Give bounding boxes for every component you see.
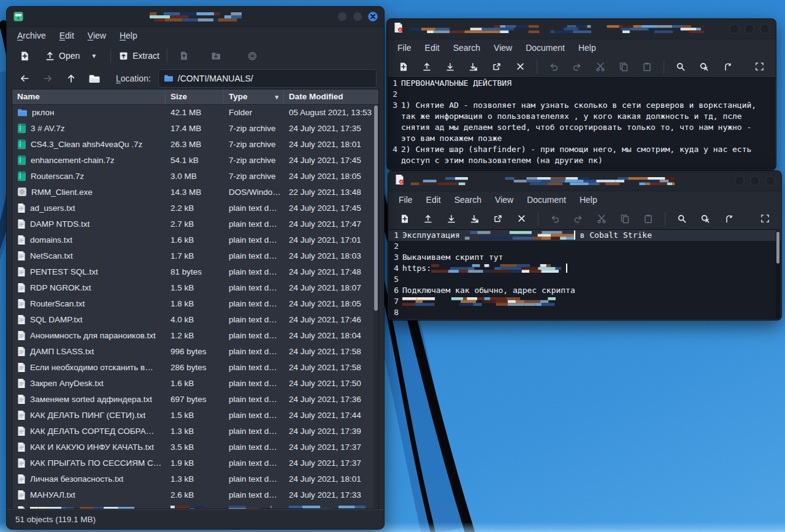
menu-help[interactable]: Help: [573, 40, 602, 55]
extract-button[interactable]: Extract: [116, 47, 162, 64]
fullscreen-button[interactable]: [748, 58, 771, 75]
menu-view[interactable]: View: [488, 40, 518, 55]
save-document-button[interactable]: [438, 58, 462, 75]
editor-titlebar[interactable]: [387, 19, 776, 39]
save-as-button[interactable]: [462, 58, 485, 75]
table-row[interactable]: RouterScan.txt1.8 kBplain text d…24 July…: [12, 295, 373, 311]
table-row[interactable]: NetScan.txt1.7 kBplain text d…24 July 20…: [12, 248, 373, 264]
menu-file[interactable]: File: [393, 192, 418, 207]
paste-button[interactable]: [635, 58, 659, 75]
file-list-scrollbar[interactable]: [373, 104, 378, 509]
editor-scrollbar[interactable]: [776, 230, 780, 318]
table-row[interactable]: КАК ДЕЛАТЬ ПИНГ (СЕТИ).txt1.5 kBplain te…: [12, 407, 373, 423]
home-button[interactable]: [84, 70, 105, 87]
revert-button[interactable]: [486, 210, 510, 227]
menu-edit[interactable]: Edit: [419, 40, 445, 55]
menu-archive[interactable]: Archive: [12, 28, 52, 43]
add-files-button[interactable]: [172, 47, 196, 64]
save-document-button[interactable]: [440, 210, 463, 227]
undo-button[interactable]: [542, 58, 565, 75]
table-row[interactable]: КАК ПРЫГАТЬ ПО СЕССИЯМ С…1.9 kBplain tex…: [12, 455, 373, 471]
table-row[interactable]: PENTEST SQL.txt81 bytesplain text d…24 J…: [12, 264, 373, 279]
minimize-button[interactable]: [729, 24, 739, 34]
cut-button[interactable]: [590, 210, 613, 227]
table-row[interactable]: 3 # AV.7z17.4 MB7-zip archive24 July 202…: [12, 120, 373, 136]
find-replace-button[interactable]: [692, 58, 716, 75]
close-button[interactable]: [368, 12, 378, 21]
table-row[interactable]: RDP NGROK.txt1.5 kBplain text d…24 July …: [12, 279, 373, 295]
menu-search[interactable]: Search: [449, 192, 487, 207]
table-row[interactable]: ДАМП LSASS.txt996 bytesplain text d…24 J…: [12, 343, 373, 359]
location-input[interactable]: /CONTI/MANUALS/: [158, 69, 377, 88]
redo-button[interactable]: [567, 210, 590, 227]
menu-edit[interactable]: Edit: [421, 192, 446, 207]
table-row[interactable]: enhancement-chain.7z54.1 kB7-zip archive…: [12, 152, 373, 168]
file-manager-titlebar[interactable]: [7, 7, 384, 27]
menu-help[interactable]: Help: [574, 192, 603, 207]
menu-document[interactable]: Document: [521, 192, 572, 207]
scrollbar-thumb[interactable]: [374, 105, 378, 311]
undo-button[interactable]: [543, 210, 567, 227]
find-replace-button[interactable]: [694, 210, 717, 227]
open-button[interactable]: Open: [42, 47, 82, 64]
goto-line-button[interactable]: [717, 210, 740, 227]
table-row-partial-redacted[interactable]: [12, 503, 373, 509]
menu-view[interactable]: View: [82, 28, 112, 43]
close-button[interactable]: [760, 24, 770, 34]
fullscreen-button[interactable]: [753, 210, 776, 227]
menu-file[interactable]: File: [392, 40, 417, 55]
editor-titlebar[interactable]: [388, 171, 781, 191]
table-row[interactable]: SQL DAMP.txt4.0 kBplain text d…24 July 2…: [12, 311, 373, 327]
find-button[interactable]: [669, 58, 692, 75]
close-document-button[interactable]: [508, 58, 532, 75]
menu-help[interactable]: Help: [114, 28, 143, 43]
goto-line-button[interactable]: [716, 58, 739, 75]
open-document-button[interactable]: [415, 58, 438, 75]
column-header-name[interactable]: Name: [12, 89, 166, 104]
editor-text-area[interactable]: 1Эксплуатация в Cobalt Strike23Выкачивае…: [389, 229, 781, 319]
save-as-button[interactable]: [463, 210, 486, 227]
close-button[interactable]: [765, 176, 775, 186]
table-row[interactable]: Анонимность для параноиков.txt1.2 kBplai…: [12, 327, 373, 343]
table-row[interactable]: Если необходимо отсканить в…286 bytespla…: [12, 359, 373, 375]
maximize-button[interactable]: [745, 24, 754, 34]
table-row[interactable]: МАНУАЛ.txt2.6 kBplain text d…24 July 202…: [12, 487, 373, 503]
table-row[interactable]: Личная безопасность.txt1.3 kBplain text …: [12, 471, 373, 487]
add-folder-button[interactable]: [204, 47, 228, 64]
table-row[interactable]: КАК ДЕЛАТЬ СОРТЕД СОБРА…1.3 kBplain text…: [12, 423, 373, 439]
editor-text-area[interactable]: 1ПЕРВОНАЧАЛЬНЫЕ ДЕЙСТВИЯ231) Снятие AD -…: [388, 77, 775, 169]
menu-edit[interactable]: Edit: [54, 28, 80, 43]
open-document-button[interactable]: [416, 210, 440, 227]
column-header-type[interactable]: Type▾: [224, 89, 284, 104]
open-menu-caret[interactable]: ▾: [82, 47, 105, 64]
minimize-button[interactable]: [337, 12, 347, 21]
table-row[interactable]: RMM_Client.exe14.3 MBDOS/Windo…22 July 2…: [12, 184, 373, 200]
table-row[interactable]: Заменяем sorted адфиндера.txt697 bytespl…: [12, 391, 373, 407]
back-button[interactable]: [14, 70, 35, 87]
table-row[interactable]: DAMP NTDS.txt2.7 kBplain text d…24 July …: [12, 216, 373, 232]
table-row[interactable]: Закреп AnyDesk.txt1.6 kBplain text d…24 …: [12, 375, 373, 391]
close-document-button[interactable]: [510, 210, 533, 227]
column-header-date[interactable]: Date Modified: [284, 89, 378, 104]
copy-button[interactable]: [612, 58, 635, 75]
table-row[interactable]: Routerscan.7z3.0 MB7-zip archive24 July …: [12, 168, 373, 184]
new-archive-button[interactable]: [13, 47, 36, 64]
cut-button[interactable]: [589, 58, 612, 75]
table-row[interactable]: domains.txt1.6 kBplain text d…24 July 20…: [12, 232, 373, 248]
menu-search[interactable]: Search: [448, 40, 486, 55]
table-row[interactable]: рклон42.1 MBFolder05 August 2021, 13:53: [12, 104, 373, 120]
maximize-button[interactable]: [353, 12, 362, 21]
table-row[interactable]: КАК И КАКУЮ ИНФУ КАЧАТЬ.txt3.5 kBplain t…: [12, 439, 373, 455]
up-button[interactable]: [61, 70, 82, 87]
stop-button[interactable]: [241, 47, 264, 64]
redo-button[interactable]: [565, 58, 589, 75]
paste-button[interactable]: [637, 210, 660, 227]
table-row[interactable]: ad_users.txt2.2 kBplain text d…24 July 2…: [12, 200, 373, 216]
menu-document[interactable]: Document: [520, 40, 570, 55]
maximize-button[interactable]: [750, 176, 760, 186]
column-header-size[interactable]: Size: [166, 89, 224, 104]
copy-button[interactable]: [613, 210, 637, 227]
menu-view[interactable]: View: [489, 192, 519, 207]
scrollbar-thumb[interactable]: [776, 232, 779, 264]
minimize-button[interactable]: [735, 176, 745, 186]
